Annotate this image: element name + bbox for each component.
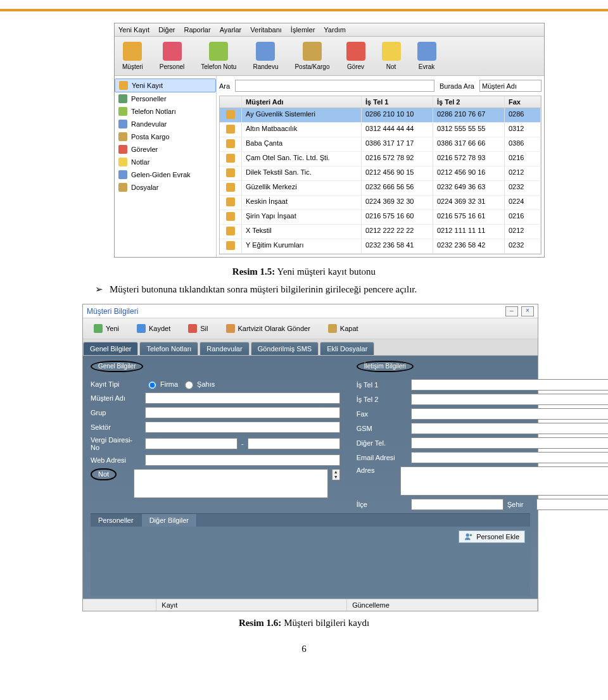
input-email[interactable] <box>411 452 608 463</box>
caption-1-5: Resim 1.5: Yeni müşteri kayıt butonu <box>0 266 608 277</box>
subtab-Diğer Bilgiler[interactable]: Diğer Bilgiler <box>142 514 197 527</box>
menu-İşlemler[interactable]: İşlemler <box>291 26 315 34</box>
input-vergi-no[interactable] <box>248 438 340 449</box>
table-row[interactable]: Şirin Yapı İnşaat 0216 575 16 60 0216 57… <box>220 210 541 225</box>
menu-Raporlar[interactable]: Raporlar <box>184 26 210 34</box>
cell-fax: 0312 <box>505 123 541 137</box>
table-row[interactable]: Y Eğitim Kurumları 0232 236 58 41 0232 2… <box>220 239 541 254</box>
input-fax[interactable] <box>411 408 608 420</box>
toolbar-Posta/Kargo[interactable]: Posta/Kargo <box>294 42 329 70</box>
input-web[interactable] <box>145 454 340 466</box>
toolbar-Müşteri[interactable]: Müşteri <box>122 42 143 70</box>
personel-ekle-button[interactable]: Personel Ekle <box>459 530 525 543</box>
cell-fax: 0212 <box>505 166 541 180</box>
grid-header: Müşteri Adı İş Tel 1 İş Tel 2 Fax <box>220 96 541 108</box>
tab-Randevular[interactable]: Randevular <box>200 342 249 355</box>
sidebar-item-Notlar[interactable]: Notlar <box>115 156 216 168</box>
input-grup[interactable] <box>145 407 340 418</box>
cell-fax: 0216 <box>505 152 541 166</box>
sidebar-item-label: Dosyalar <box>131 184 158 191</box>
cell-tel2: 0386 317 66 66 <box>433 137 505 151</box>
table-row[interactable]: Baba Çanta 0386 317 17 17 0386 317 66 66… <box>220 137 541 152</box>
cell-tel1: 0216 575 16 60 <box>362 210 433 224</box>
dlg-btn-Sil[interactable]: Sil <box>182 322 213 335</box>
tab-Gönderilmiş SMS[interactable]: Gönderilmiş SMS <box>251 342 319 355</box>
input-istel1[interactable] <box>411 379 608 391</box>
Personeller-icon <box>118 94 127 103</box>
Yeni Kayıt-icon <box>119 81 128 90</box>
tab-Telefon Notları[interactable]: Telefon Notları <box>139 342 198 355</box>
search-input[interactable] <box>235 80 434 92</box>
input-ilce[interactable] <box>411 499 504 510</box>
Randevular-icon <box>118 120 127 128</box>
cell-name: Y Eğitim Kurumları <box>242 239 362 253</box>
table-row[interactable]: X Tekstil 0212 222 22 22 0212 111 11 11 … <box>220 225 541 239</box>
table-row[interactable]: Dilek Tekstil San. Tic. 0212 456 90 15 0… <box>220 166 541 181</box>
sidebar-item-Yeni Kayıt[interactable]: Yeni Kayıt <box>115 78 216 92</box>
sidebar-item-Telefon Notları[interactable]: Telefon Notları <box>115 105 216 118</box>
Görevler-icon <box>118 145 127 154</box>
dlg-btn-Kartvizit Olarak Gönder[interactable]: Kartvizit Olarak Gönder <box>220 322 316 335</box>
minimize-button[interactable]: – <box>505 306 518 316</box>
toolbar-Not[interactable]: Not <box>382 42 401 70</box>
sidebar-item-Görevler[interactable]: Görevler <box>115 143 216 156</box>
sidebar-item-Dosyalar[interactable]: Dosyalar <box>115 181 216 194</box>
cell-tel2: 0216 572 78 93 <box>433 152 505 166</box>
sidebar-item-Randevular[interactable]: Randevular <box>115 118 216 130</box>
toolbar-Personel[interactable]: Personel <box>160 42 184 70</box>
Not-icon <box>382 42 401 61</box>
sidebar-item-Posta Kargo[interactable]: Posta Kargo <box>115 130 216 143</box>
tab-Ekli Dosyalar[interactable]: Ekli Dosyalar <box>320 342 374 355</box>
sub-tabs: PersonellerDiğer Bilgiler <box>91 513 530 527</box>
toolbar-label: Evrak <box>419 63 435 70</box>
toolbar-Evrak[interactable]: Evrak <box>417 42 436 70</box>
dlg-btn-Kaydet[interactable]: Kaydet <box>131 322 176 335</box>
Dosyalar-icon <box>118 183 127 192</box>
input-istel2[interactable] <box>411 394 608 405</box>
dlg-btn-label: Yeni <box>106 325 119 332</box>
input-vergi-daire[interactable] <box>145 438 238 449</box>
subtab-Personeller[interactable]: Personeller <box>91 514 142 527</box>
table-row[interactable]: Keskin İnşaat 0224 369 32 30 0224 369 32… <box>220 196 541 210</box>
dlg-btn-Kapat[interactable]: Kapat <box>322 322 364 335</box>
menu-Veritabanı[interactable]: Veritabanı <box>250 26 282 34</box>
cell-fax: 0386 <box>505 137 541 151</box>
input-sektor[interactable] <box>145 422 340 433</box>
input-musteri[interactable] <box>145 392 340 404</box>
Kartvizit Olarak Gönder-icon <box>226 324 235 333</box>
toolbar-Telefon Notu[interactable]: Telefon Notu <box>201 42 236 70</box>
menu-Ayarlar[interactable]: Ayarlar <box>220 26 242 34</box>
cell-tel1: 0286 210 10 10 <box>362 108 433 122</box>
note-spinner[interactable]: ▲▼ <box>332 469 340 480</box>
dialog-title: Müşteri Bilgileri <box>87 307 138 316</box>
menubar: Yeni KayıtDiğerRaporlarAyarlarVeritabanı… <box>115 23 544 37</box>
cell-tel1: 0312 444 44 44 <box>362 123 433 137</box>
dlg-btn-Yeni[interactable]: Yeni <box>88 322 125 335</box>
input-gsm[interactable] <box>411 423 608 434</box>
close-button[interactable]: × <box>521 306 534 316</box>
tab-Genel Bilgiler[interactable]: Genel Bilgiler <box>83 342 138 355</box>
toolbar-Randevu[interactable]: Randevu <box>253 42 278 70</box>
menu-Diğer[interactable]: Diğer <box>158 26 175 34</box>
table-row[interactable]: Çam Otel San. Tic. Ltd. Şti. 0216 572 78… <box>220 152 541 166</box>
textarea-not[interactable] <box>134 469 328 498</box>
table-row[interactable]: Güzellik Merkezi 0232 666 56 56 0232 649… <box>220 181 541 196</box>
label-diger: Diğer Tel. <box>357 439 407 447</box>
table-row[interactable]: Ay Güvenlik Sistemleri 0286 210 10 10 02… <box>220 108 541 123</box>
sidebar-item-Gelen-Giden Evrak[interactable]: Gelen-Giden Evrak <box>115 168 216 181</box>
menu-Yardım[interactable]: Yardım <box>324 26 346 34</box>
label-gsm: GSM <box>357 425 407 432</box>
radio-sahis[interactable] <box>185 381 193 389</box>
table-row[interactable]: Altın Matbaacılık 0312 444 44 44 0312 55… <box>220 123 541 137</box>
radio-firma[interactable] <box>148 381 156 389</box>
toolbar-Görev[interactable]: Görev <box>346 42 365 70</box>
sidebar-item-Personeller[interactable]: Personeller <box>115 92 216 105</box>
search-in-field[interactable] <box>479 80 542 92</box>
cell-tel1: 0386 317 17 17 <box>362 137 433 151</box>
cell-tel1: 0216 572 78 92 <box>362 152 433 166</box>
input-diger[interactable] <box>411 437 608 449</box>
input-sehir[interactable] <box>536 499 608 510</box>
cell-tel2: 0224 369 32 31 <box>433 196 505 209</box>
textarea-adres[interactable] <box>400 466 608 496</box>
menu-Yeni Kayıt[interactable]: Yeni Kayıt <box>118 26 149 34</box>
